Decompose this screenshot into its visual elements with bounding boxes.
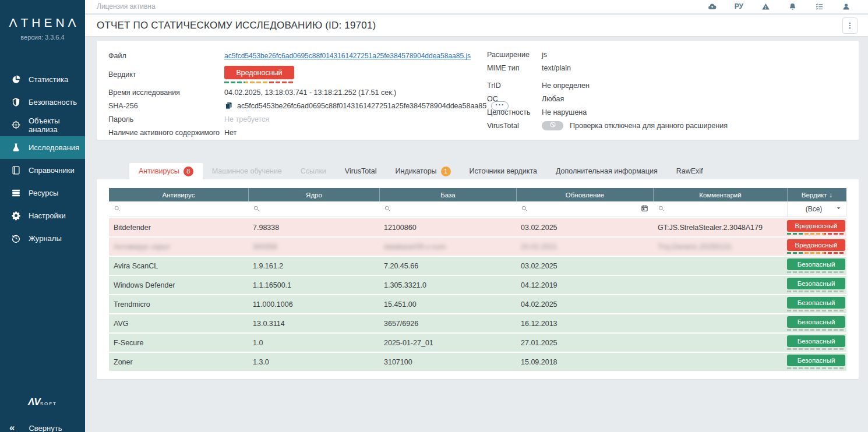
- filter-search-input[interactable]: [384, 204, 391, 214]
- cell-text: 12100860: [384, 224, 417, 232]
- prohibit-icon: [549, 121, 556, 130]
- cell-verdict: Вредоносный: [787, 218, 846, 236]
- info-value-virustotal: Проверка отключена для данного расширени…: [542, 121, 728, 130]
- verdict-filter-select[interactable]: (Все): [787, 201, 846, 217]
- tasks-icon[interactable]: [815, 2, 824, 11]
- cell-updated: 16.12.2013: [516, 314, 653, 332]
- verdict-confidence-bar: [787, 367, 845, 369]
- verdict-confidence-bar: [787, 348, 845, 350]
- tab-indicators[interactable]: Индикаторы1: [386, 163, 460, 179]
- info-label: Пароль: [108, 115, 224, 123]
- verdict-badge: Безопасный: [787, 355, 845, 366]
- column-header-База[interactable]: База: [379, 188, 516, 201]
- info-value-integrity: Не нарушена: [542, 108, 587, 116]
- cell-verdict: Безопасный: [787, 257, 846, 275]
- user-icon[interactable]: [842, 2, 851, 11]
- cloud-upload-icon[interactable]: [708, 2, 717, 11]
- table-row[interactable]: Zoner1.3.0310710015.09.2018Безопасный: [109, 353, 846, 371]
- search-icon: [114, 204, 121, 214]
- sidebar-item-investigations[interactable]: Исследования: [0, 136, 85, 159]
- info-text: 04.02.2025, 13:18:03.741 - 13:18:21.252 …: [224, 88, 396, 97]
- info-value-verdict: Вредоносный: [224, 66, 294, 83]
- cell-comment: [653, 276, 787, 294]
- cell-antivirus: AVG: [109, 314, 248, 332]
- sidebar-menu: СтатистикаБезопасностьОбъекты анализаИсс…: [0, 68, 85, 250]
- column-header-Вердикт[interactable]: Вердикт↓: [787, 188, 846, 201]
- cell-text: database/09.x.num: [384, 243, 446, 251]
- table-row[interactable]: AVG13.0.31143657/692616.12.2013Безопасны…: [109, 314, 846, 332]
- sidebar-item-security[interactable]: Безопасность: [0, 91, 85, 114]
- table-body: Bitdefender7.983381210086003.02.2025GT:J…: [109, 218, 846, 371]
- cell-text: Антивирус скрыт: [114, 243, 171, 251]
- cell-antivirus: Антивирус скрыт: [109, 238, 248, 256]
- tab-additional-info[interactable]: Дополнительная информация: [546, 163, 667, 179]
- cell-antivirus: Windows Defender: [109, 276, 248, 294]
- cell-text: Troj.Generic.20250131: [658, 243, 732, 251]
- table-row[interactable]: Windows Defender1.1.16500.11.305.3321.00…: [109, 276, 846, 294]
- copy-icon[interactable]: [224, 101, 233, 110]
- cell-base: 15.451.00: [379, 295, 516, 313]
- cell-verdict: Безопасный: [787, 295, 846, 313]
- cell-updated: 20.02.2021: [516, 238, 653, 256]
- file-link[interactable]: ac5fcd5453be26fc6ad0695c88f0143161427251…: [224, 52, 471, 60]
- column-header-Обновление[interactable]: Обновление: [516, 188, 653, 201]
- filter-cell-0: [109, 201, 248, 217]
- kebab-menu-button[interactable]: [842, 17, 858, 34]
- filter-search-input[interactable]: [114, 204, 121, 214]
- cell-antivirus: Zoner: [109, 353, 248, 371]
- app-root: ΛTHENΛ версия: 3.3.6.4 СтатистикаБезопас…: [0, 0, 868, 432]
- column-header-Ядро[interactable]: Ядро: [248, 188, 379, 201]
- sidebar-item-resources[interactable]: Ресурсы: [0, 182, 85, 204]
- virustotal-disabled-toggle[interactable]: [542, 121, 563, 130]
- cell-text: Bitdefender: [114, 224, 151, 232]
- filter-search-input[interactable]: [253, 204, 260, 214]
- cell-antivirus: F-Secure: [109, 334, 248, 352]
- alert-triangle-icon[interactable]: [761, 2, 770, 11]
- cell-comment: Troj.Generic.20250131: [653, 238, 787, 256]
- cell-text: GT:JS.StrelaStealer.2.3048A179: [658, 224, 763, 232]
- chevron-double-left-icon: «: [9, 422, 15, 432]
- info-text: Не требуется: [224, 115, 269, 123]
- cell-text: Avira ScanCL: [114, 262, 158, 270]
- column-header-Антивирус[interactable]: Антивирус: [109, 188, 248, 201]
- filter-search-input[interactable]: [658, 204, 665, 214]
- sidebar-footer: ΛVSOFT « Свернуть: [0, 396, 85, 432]
- column-header-label: Антивирус: [163, 192, 195, 199]
- sidebar-item-analysis-objects[interactable]: Объекты анализа: [0, 114, 85, 136]
- cell-comment: GT:JS.StrelaStealer.2.3048A179: [653, 218, 787, 236]
- table-row[interactable]: Антивирус скрыт300358database/09.x.num20…: [109, 238, 846, 256]
- column-header-label: База: [440, 192, 455, 199]
- tab-label: Ссылки: [301, 167, 326, 175]
- cell-base: 3107100: [379, 353, 516, 371]
- table-row[interactable]: Avira ScanCL1.9.161.27.20.45.6603.02.202…: [109, 257, 846, 275]
- cell-text: 13.0.3114: [253, 320, 285, 328]
- tab-label: RawExif: [676, 167, 703, 175]
- column-header-label: Ядро: [306, 192, 322, 199]
- tab-rawexif[interactable]: RawExif: [667, 163, 712, 179]
- info-value-mime-type: text/plain: [542, 64, 571, 72]
- table-row[interactable]: Trendmicro11.000.100615.451.0004.02.2025…: [109, 295, 846, 313]
- tab-antiviruses[interactable]: Антивирусы8: [129, 163, 203, 179]
- tab-label: Машинное обучение: [212, 167, 282, 175]
- collapse-sidebar-button[interactable]: « Свернуть: [0, 420, 85, 432]
- column-header-label: Вердикт: [802, 192, 827, 199]
- cell-base: 2025-01-27_01: [379, 334, 516, 352]
- cell-updated: 27.01.2025: [516, 334, 653, 352]
- table-row[interactable]: F-Secure1.02025-01-27_0127.01.2025Безопа…: [109, 334, 846, 352]
- sidebar-item-statistics[interactable]: Статистика: [0, 68, 85, 91]
- table-row[interactable]: Bitdefender7.983381210086003.02.2025GT:J…: [109, 218, 846, 236]
- tab-verdict-sources[interactable]: Источники вердикта: [460, 163, 546, 179]
- sidebar-item-settings[interactable]: Настройки: [0, 204, 85, 227]
- filter-search-input[interactable]: [521, 204, 528, 214]
- column-header-Комментарий[interactable]: Комментарий: [653, 188, 787, 201]
- calendar-icon[interactable]: [641, 204, 648, 214]
- sidebar-item-references[interactable]: Справочники: [0, 159, 85, 182]
- cell-text: Windows Defender: [114, 281, 175, 289]
- info-value-analysis-time: 04.02.2025, 13:18:03.741 - 13:18:21.252 …: [224, 88, 396, 97]
- bell-icon[interactable]: [788, 2, 797, 11]
- cell-text: 1.1.16500.1: [253, 281, 291, 289]
- language-switcher[interactable]: РУ: [735, 2, 743, 10]
- tab-virustotal[interactable]: VirusTotal: [336, 163, 386, 179]
- tab-label: Дополнительная информация: [556, 167, 658, 175]
- sidebar-item-journals[interactable]: Журналы: [0, 227, 85, 250]
